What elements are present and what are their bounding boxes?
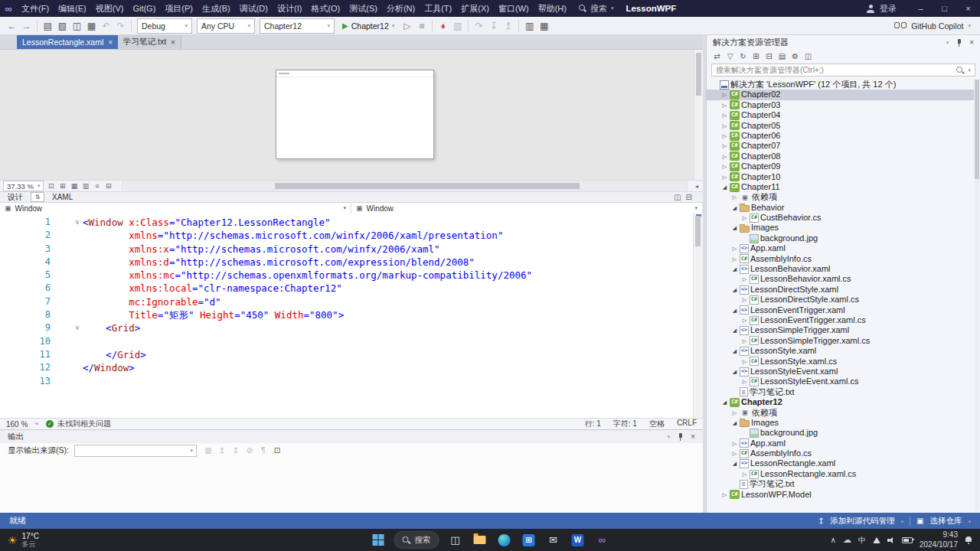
file-explorer-button[interactable] — [472, 532, 488, 549]
tab-design[interactable]: 设计 — [0, 192, 31, 203]
open-file-icon[interactable]: ▧ — [55, 18, 70, 34]
github-copilot-button[interactable]: GitHub Copilot ▾ — [894, 21, 975, 31]
edge-button[interactable] — [496, 532, 513, 549]
close-button[interactable]: × — [956, 0, 980, 17]
code-text[interactable]: xmlns:d="http://schemas.microsoft.com/ex… — [83, 256, 475, 269]
expand-arrow-icon[interactable]: ▷ — [720, 90, 729, 99]
quick-search[interactable]: 搜索 ▾ — [579, 3, 614, 15]
tree-item[interactable]: ≡学习笔记.txt — [707, 479, 974, 489]
expand-arrow-icon[interactable]: ▷ — [720, 490, 729, 500]
close-icon[interactable]: × — [969, 38, 974, 47]
sign-in-button[interactable]: 登录 — [880, 3, 897, 15]
menu-item[interactable]: 设计(I) — [273, 0, 306, 17]
tree-item[interactable]: ▷C#LessonBehavior.xaml.cs — [707, 274, 974, 284]
collapse-arrow-icon[interactable]: ◢ — [720, 182, 729, 192]
expand-arrow-icon[interactable]: ▷ — [740, 213, 749, 223]
tree-item[interactable]: ◢Images — [707, 223, 974, 233]
tree-item[interactable]: background.jpg — [707, 233, 974, 243]
design-preview-window[interactable] — [276, 70, 434, 159]
tree-item[interactable]: ▷C#Chapter09 — [707, 161, 974, 171]
collapse-arrow-icon[interactable]: ◢ — [720, 397, 729, 407]
tree-item[interactable]: ▷▣依赖项 — [707, 408, 974, 418]
fold-toggle-icon[interactable]: ∨ — [72, 321, 83, 334]
platform-dropdown[interactable]: Any CPU▾ — [197, 18, 255, 34]
nest-files-icon[interactable]: ⊞ — [750, 51, 762, 62]
code-text[interactable]: xmlns:mc="http://schemas.openxmlformats.… — [83, 269, 532, 282]
tree-item[interactable]: ▷C#LessonSimpleTrigger.xaml.cs — [707, 336, 974, 346]
tree-item[interactable]: ▷<>App.xaml — [707, 243, 974, 253]
menu-item[interactable]: 视图(V) — [91, 0, 129, 17]
tree-item[interactable]: ▷C#Chapter04 — [707, 110, 974, 120]
expand-arrow-icon[interactable]: ▷ — [740, 377, 749, 386]
tree-item[interactable]: ▷C#Chapter07 — [707, 141, 974, 151]
expand-arrow-icon[interactable]: ▷ — [730, 439, 739, 448]
menu-item[interactable]: 调试(D) — [235, 0, 273, 17]
select-repository-button[interactable]: 选择仓库 — [929, 516, 962, 527]
pin-icon[interactable] — [956, 38, 962, 47]
designer-vertical-scrollbar[interactable] — [694, 50, 703, 180]
taskbar-search-box[interactable]: 搜索 — [394, 531, 439, 549]
notification-bell-icon[interactable] — [965, 536, 972, 544]
scrollbar-thumb[interactable] — [695, 216, 701, 246]
expand-arrow-icon[interactable]: ▷ — [720, 141, 729, 151]
autoscroll-icon[interactable]: ⊡ — [271, 445, 283, 456]
visual-studio-button[interactable]: ∞ — [594, 532, 611, 549]
editor-vertical-scrollbar[interactable] — [693, 214, 703, 418]
explorer-scrollbar[interactable] — [975, 80, 979, 511]
weather-widget[interactable]: ☀ 17°C 多云 — [0, 532, 47, 549]
designer-horizontal-scrollbar[interactable] — [122, 181, 688, 191]
solution-search-box[interactable]: 搜索解决方案资源管理器(Ctrl+;) ▾ — [711, 64, 975, 77]
word-button[interactable]: W — [570, 532, 586, 549]
tree-item[interactable]: ▷C#LessonStyleEvent.xaml.cs — [707, 377, 974, 386]
refresh-icon[interactable]: ↻ — [737, 51, 749, 62]
tree-item[interactable]: ◢Behavior — [707, 203, 974, 213]
taskbar-clock[interactable]: 9:43 2024/10/17 — [920, 530, 958, 549]
collapse-arrow-icon[interactable]: ◢ — [730, 418, 739, 428]
code-text[interactable]: xmlns:local="clr-namespace:Chapter12" — [83, 282, 342, 295]
guides-icon[interactable]: ▥ — [80, 181, 91, 191]
expand-arrow-icon[interactable]: ▷ — [740, 469, 749, 479]
vertical-split-icon[interactable]: ◫ — [674, 193, 681, 201]
expand-arrow-icon[interactable]: ▷ — [730, 408, 739, 418]
hidden-icons-chevron[interactable]: ∧ — [831, 536, 836, 544]
close-icon[interactable]: × — [171, 38, 175, 47]
back-icon[interactable]: ← — [5, 18, 19, 34]
mail-button[interactable]: ✉ — [545, 532, 562, 549]
tree-item[interactable]: ▷C#Chapter06 — [707, 131, 974, 141]
menu-item[interactable]: 编辑(E) — [54, 0, 91, 17]
chevron-down-icon[interactable]: ▾ — [946, 40, 949, 46]
spaces-indicator[interactable]: 空格 — [649, 419, 665, 429]
tree-item[interactable]: ▷▣依赖项 — [707, 192, 974, 202]
store-button[interactable]: ⊞ — [521, 532, 537, 549]
menu-item[interactable]: 窗口(W) — [494, 0, 534, 17]
find-in-files-icon[interactable]: ▥ — [522, 18, 537, 34]
expand-arrow-icon[interactable]: ▷ — [720, 152, 729, 161]
tree-item[interactable]: ▷C#LessonEventTrigger.xaml.cs — [707, 315, 974, 325]
forward-icon[interactable]: → — [19, 18, 34, 34]
menu-item[interactable]: 生成(B) — [198, 0, 235, 17]
expand-arrow-icon[interactable]: ▷ — [730, 448, 739, 458]
collapse-arrow-icon[interactable]: ◢ — [730, 203, 739, 213]
collapse-arrow-icon[interactable]: ◢ — [730, 305, 739, 315]
expand-arrow-icon[interactable]: ▷ — [720, 121, 729, 131]
save-all-icon[interactable]: ▦ — [84, 18, 99, 34]
code-text[interactable]: Title="矩形" Height="450" Width="800"> — [83, 308, 344, 321]
tree-item[interactable]: background.jpg — [707, 428, 974, 438]
collapse-arrow-icon[interactable]: ◢ — [730, 458, 739, 468]
tree-item[interactable]: ◢<>LessonSimpleTrigger.xaml — [707, 325, 974, 335]
xaml-designer-surface[interactable] — [0, 49, 703, 180]
breadcrumb-right-dropdown[interactable]: ▣ Window ▾ — [351, 203, 703, 214]
scrollbar-thumb[interactable] — [975, 80, 979, 179]
volume-icon[interactable] — [887, 536, 895, 544]
collapse-pane-arrow-icon[interactable]: ◂ — [695, 183, 700, 190]
properties-icon[interactable]: ⚙ — [789, 51, 801, 62]
solution-platforms-icon[interactable]: ▦ — [537, 18, 551, 34]
menu-item[interactable]: 扩展(X) — [456, 0, 494, 17]
fold-toggle-icon[interactable]: ∨ — [72, 216, 83, 229]
document-health-indicator[interactable]: ✓ 未找到相关问题 — [46, 419, 111, 429]
editor-zoom-dropdown[interactable]: 160 % ▾ — [6, 420, 38, 429]
code-text[interactable]: mc:Ignorable="d" — [83, 295, 221, 308]
code-text[interactable]: <Window x:Class="Chapter12.LessonRectang… — [83, 216, 331, 229]
collapse-arrow-icon[interactable]: ◢ — [730, 285, 739, 295]
tree-item[interactable]: ◢<>LessonEventTrigger.xaml — [707, 305, 974, 315]
